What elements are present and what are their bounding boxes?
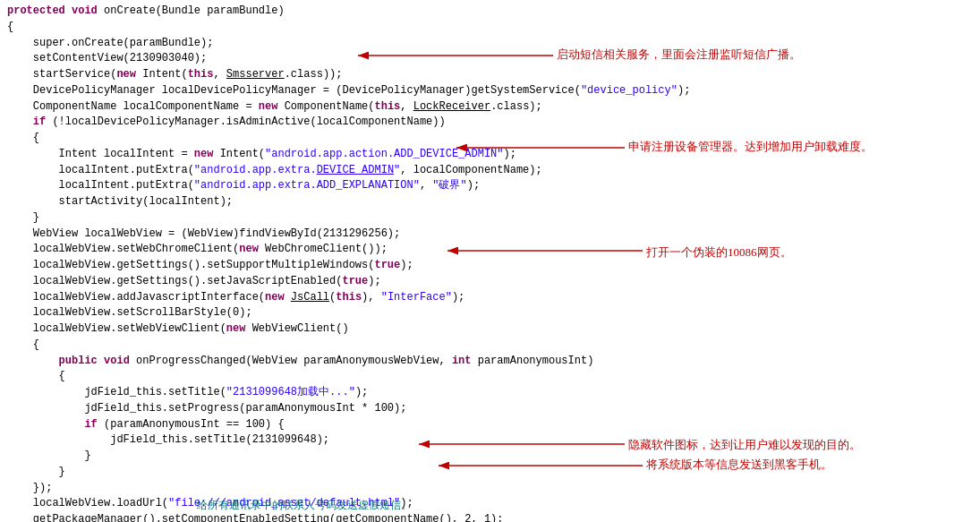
annotation-hide-icon: 隐藏软件图标，达到让用户难以发现的目的。 — [628, 437, 861, 453]
code-line: public void onProgressChanged(WebView pa… — [7, 354, 973, 370]
code-line: localIntent.putExtra("android.app.extra.… — [7, 178, 973, 194]
annotation-send-sms: 给所有通讯录中的联系人号码发送虚假短信。 — [197, 498, 412, 513]
code-line: ComponentName localComponentName = new C… — [7, 99, 973, 116]
code-line: if (!localDevicePolicyManager.isAdminAct… — [7, 115, 973, 131]
code-line: localWebView.loadUrl("file:///android_as… — [7, 496, 973, 512]
code-line: super.onCreate(paramBundle); — [7, 36, 973, 52]
code-line: jdField_this.setProgress(paramAnonymousI… — [7, 401, 973, 417]
code-line: { — [7, 369, 973, 385]
code-line: startService(new Intent(this, Smsserver.… — [7, 67, 973, 83]
annotation-device-admin: 申请注册设备管理器。达到增加用户卸载难度。 — [628, 139, 873, 155]
code-line: localWebView.getSettings().setJavaScript… — [7, 274, 973, 290]
code-line: getPackageManager().setComponentEnabledS… — [7, 512, 973, 522]
code-line: localIntent.putExtra("android.app.extra.… — [7, 163, 973, 179]
code-line: setContentView(2130903040); — [7, 51, 973, 67]
code-line: WebView localWebView = (WebView)findView… — [7, 227, 973, 243]
code-line: localWebView.setWebChromeClient(new WebC… — [7, 242, 973, 258]
code-line: { — [7, 338, 973, 354]
annotation-send-info: 将系统版本等信息发送到黑客手机。 — [646, 457, 832, 473]
code-line: } — [7, 210, 973, 227]
code-line: protected void onCreate(Bundle paramBund… — [7, 4, 973, 20]
code-line: localWebView.getSettings().setSupportMul… — [7, 258, 973, 274]
code-line: }); — [7, 481, 973, 497]
code-line: startActivity(localIntent); — [7, 194, 973, 210]
code-line: DevicePolicyManager localDevicePolicyMan… — [7, 83, 973, 99]
annotation-webview: 打开一个伪装的10086网页。 — [646, 244, 792, 261]
code-line: { — [7, 20, 973, 36]
code-line: jdField_this.setTitle("2131099648加载中..."… — [7, 385, 973, 401]
code-line: localWebView.setScrollBarStyle(0); — [7, 305, 973, 321]
code-line: localWebView.addJavascriptInterface(new … — [7, 290, 973, 306]
annotation-sms-service: 启动短信相关服务，里面会注册监听短信广播。 — [557, 47, 801, 63]
code-line: if (paramAnonymousInt == 100) { — [7, 417, 973, 433]
code-line: localWebView.setWebViewClient(new WebVie… — [7, 321, 973, 338]
